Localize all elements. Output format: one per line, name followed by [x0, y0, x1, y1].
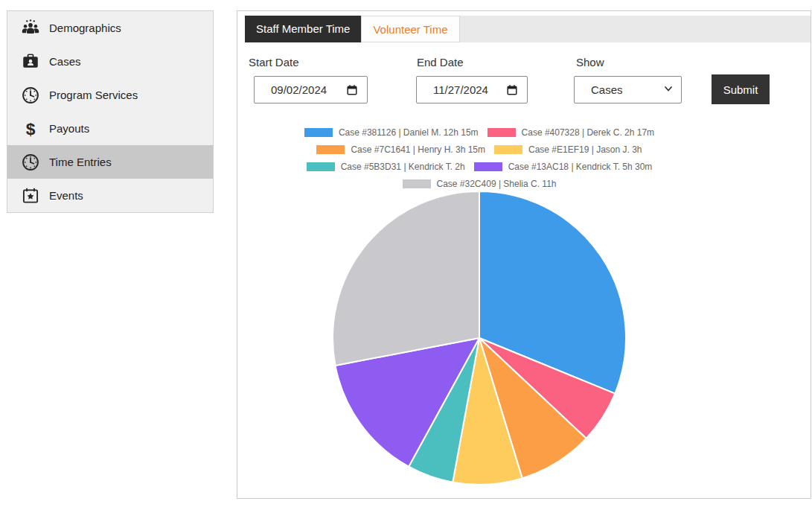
calendar-star-icon [21, 186, 40, 205]
sidebar-item-program-services[interactable]: Program Services [7, 78, 213, 112]
pie-chart-area [330, 189, 628, 487]
legend-item[interactable]: Case #407328 | Derek C. 2h 17m [487, 127, 655, 138]
sidebar-item-label: Demographics [49, 22, 121, 34]
legend-item[interactable]: Case #E1EF19 | Jason J. 3h [494, 144, 642, 155]
page: Demographics Cases Program Services $ Pa… [0, 0, 812, 510]
sidebar-item-label: Program Services [49, 89, 138, 101]
start-date-label: Start Date [249, 56, 299, 68]
legend-row: Case #381126 | Daniel M. 12h 15mCase #40… [304, 127, 654, 138]
legend-swatch [494, 145, 522, 154]
clock-icon [21, 86, 40, 105]
dollar-icon: $ [21, 119, 40, 138]
sidebar-nav: Demographics Cases Program Services $ Pa… [7, 10, 214, 213]
legend-item[interactable]: Case #13AC18 | Kendrick T. 5h 30m [474, 162, 653, 172]
end-date-value: 11/27/2024 [433, 83, 506, 96]
legend-item[interactable]: Case #7C1641 | Henry H. 3h 15m [316, 144, 485, 155]
tab-bar: Staff Member Time Volunteer Time [245, 16, 811, 42]
end-date-input[interactable]: 11/27/2024 [416, 76, 528, 103]
pie-slice[interactable] [333, 191, 479, 366]
legend-label: Case #5B3D31 | Kendrick T. 2h [341, 162, 465, 172]
calendar-icon[interactable] [506, 84, 518, 96]
sidebar-item-demographics[interactable]: Demographics [7, 11, 213, 45]
legend-item[interactable]: Case #5B3D31 | Kendrick T. 2h [307, 162, 465, 172]
sidebar-item-label: Cases [49, 55, 81, 68]
sidebar-item-events[interactable]: Events [7, 179, 213, 212]
legend-swatch [316, 145, 345, 154]
time-entries-panel: Staff Member Time Volunteer Time Start D… [237, 10, 811, 499]
sidebar-item-label: Events [49, 189, 83, 202]
end-date-label: End Date [417, 56, 464, 68]
sidebar-item-label: Time Entries [49, 156, 112, 168]
submit-button[interactable]: Submit [712, 74, 770, 104]
sidebar-item-time-entries[interactable]: Time Entries [7, 145, 213, 179]
legend-item[interactable]: Case #381126 | Daniel M. 12h 15m [304, 127, 479, 138]
legend-swatch [487, 128, 516, 137]
legend-swatch [307, 162, 335, 171]
clock-icon [21, 153, 40, 172]
case-badge-icon [21, 52, 40, 71]
show-label: Show [576, 56, 604, 68]
legend-label: Case #E1EF19 | Jason J. 3h [528, 144, 642, 155]
legend-label: Case #407328 | Derek C. 2h 17m [522, 127, 655, 138]
pie-chart [330, 189, 628, 487]
legend-label: Case #32C409 | Shelia C. 11h [437, 179, 557, 189]
legend-label: Case #7C1641 | Henry H. 3h 15m [351, 144, 485, 155]
start-date-value: 09/02/2024 [271, 83, 346, 96]
legend-row: Case #5B3D31 | Kendrick T. 2hCase #13AC1… [307, 162, 653, 172]
svg-text:$: $ [26, 119, 36, 138]
tab-volunteer-time[interactable]: Volunteer Time [361, 16, 459, 42]
sidebar-item-cases[interactable]: Cases [7, 45, 213, 78]
legend-row: Case #7C1641 | Henry H. 3h 15mCase #E1EF… [316, 144, 642, 155]
legend-swatch [304, 128, 333, 137]
chart-legend: Case #381126 | Daniel M. 12h 15mCase #40… [237, 127, 721, 189]
legend-item[interactable]: Case #32C409 | Shelia C. 11h [403, 179, 557, 189]
tab-staff-member-time[interactable]: Staff Member Time [245, 16, 361, 42]
sidebar-item-payouts[interactable]: $ Payouts [7, 112, 213, 145]
sidebar-item-label: Payouts [49, 122, 89, 135]
people-icon [21, 19, 40, 38]
calendar-icon[interactable] [346, 84, 358, 96]
legend-label: Case #13AC18 | Kendrick T. 5h 30m [508, 162, 653, 172]
legend-label: Case #381126 | Daniel M. 12h 15m [339, 127, 479, 138]
legend-swatch [403, 179, 431, 188]
show-select[interactable]: Cases [574, 76, 682, 103]
start-date-input[interactable]: 09/02/2024 [254, 76, 368, 103]
legend-row: Case #32C409 | Shelia C. 11h [403, 179, 557, 189]
legend-swatch [474, 162, 502, 171]
